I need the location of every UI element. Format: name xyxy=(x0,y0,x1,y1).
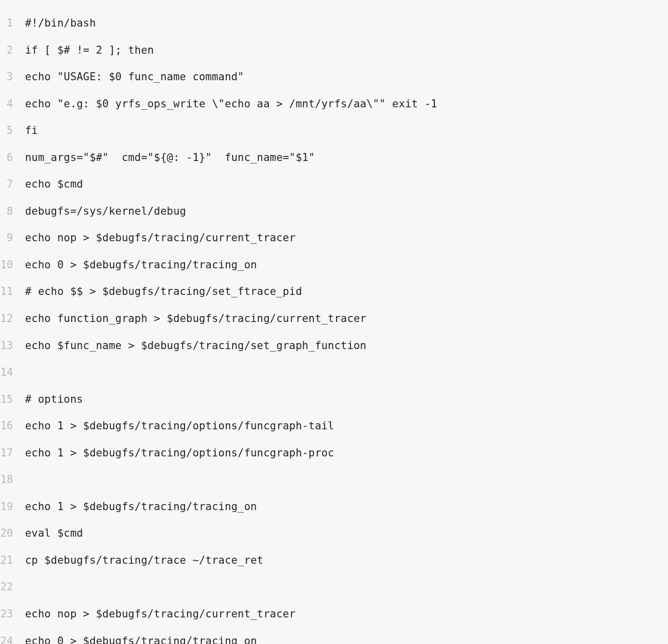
line-content: echo "e.g: $0 yrfs_ops_write \"echo aa >… xyxy=(25,91,668,118)
line-number: 16 xyxy=(0,413,25,440)
code-line: 24 echo 0 > $debugfs/tracing/tracing_on xyxy=(0,628,668,644)
line-content xyxy=(25,574,668,601)
line-content: fi xyxy=(25,117,668,144)
line-number: 23 xyxy=(0,601,25,628)
line-content: cp $debugfs/tracing/trace ~/trace_ret xyxy=(25,547,668,574)
line-number: 11 xyxy=(0,278,25,305)
line-number: 4 xyxy=(0,91,25,118)
line-number: 10 xyxy=(0,252,25,279)
line-content: echo nop > $debugfs/tracing/current_trac… xyxy=(25,225,668,252)
line-number: 15 xyxy=(0,386,25,413)
line-number: 14 xyxy=(0,359,25,386)
code-line: 7 echo $cmd xyxy=(0,171,668,198)
line-number: 12 xyxy=(0,305,25,333)
code-line: 6 num_args="$#" cmd="${@: -1}" func_name… xyxy=(0,144,668,172)
line-content: echo 0 > $debugfs/tracing/tracing_on xyxy=(25,252,668,279)
line-number: 22 xyxy=(0,574,25,601)
code-line: 15 # options xyxy=(0,386,668,413)
line-number: 13 xyxy=(0,333,25,360)
line-content: echo nop > $debugfs/tracing/current_trac… xyxy=(25,601,668,628)
code-line: 9 echo nop > $debugfs/tracing/current_tr… xyxy=(0,225,668,252)
line-content: echo function_graph > $debugfs/tracing/c… xyxy=(25,305,668,333)
code-line: 2 if [ $# != 2 ]; then xyxy=(0,37,668,64)
line-content: echo 1 > $debugfs/tracing/tracing_on xyxy=(25,494,668,521)
line-number: 7 xyxy=(0,171,25,198)
code-line: 16 echo 1 > $debugfs/tracing/options/fun… xyxy=(0,413,668,440)
code-line: 8 debugfs=/sys/kernel/debug xyxy=(0,198,668,225)
line-content: echo 1 > $debugfs/tracing/options/funcgr… xyxy=(25,413,668,440)
line-number: 21 xyxy=(0,547,25,574)
code-line: 18 xyxy=(0,466,668,494)
line-number: 2 xyxy=(0,37,25,64)
line-number: 20 xyxy=(0,520,25,547)
code-line: 12 echo function_graph > $debugfs/tracin… xyxy=(0,305,668,333)
line-number: 9 xyxy=(0,225,25,252)
line-content: echo $cmd xyxy=(25,171,668,198)
line-number: 19 xyxy=(0,494,25,521)
line-number: 24 xyxy=(0,628,25,644)
code-line: 20 eval $cmd xyxy=(0,520,668,547)
line-number: 5 xyxy=(0,117,25,144)
line-content: if [ $# != 2 ]; then xyxy=(25,37,668,64)
code-line: 10 echo 0 > $debugfs/tracing/tracing_on xyxy=(0,252,668,279)
code-line: 21 cp $debugfs/tracing/trace ~/trace_ret xyxy=(0,547,668,574)
code-line: 1 #!/bin/bash xyxy=(0,10,668,37)
line-content: num_args="$#" cmd="${@: -1}" func_name="… xyxy=(25,144,668,172)
line-content: # options xyxy=(25,386,668,413)
line-number: 8 xyxy=(0,198,25,225)
line-content: echo 0 > $debugfs/tracing/tracing_on xyxy=(25,628,668,644)
line-number: 1 xyxy=(0,10,25,37)
line-content: # echo $$ > $debugfs/tracing/set_ftrace_… xyxy=(25,278,668,305)
line-content xyxy=(25,359,668,386)
code-line: 11 # echo $$ > $debugfs/tracing/set_ftra… xyxy=(0,278,668,305)
code-line: 5 fi xyxy=(0,117,668,144)
line-content: debugfs=/sys/kernel/debug xyxy=(25,198,668,225)
line-content: echo $func_name > $debugfs/tracing/set_g… xyxy=(25,333,668,360)
line-number: 3 xyxy=(0,64,25,91)
line-number: 6 xyxy=(0,144,25,172)
line-content: #!/bin/bash xyxy=(25,10,668,37)
line-number: 17 xyxy=(0,440,25,467)
line-content: echo "USAGE: $0 func_name command" xyxy=(25,64,668,91)
code-line: 13 echo $func_name > $debugfs/tracing/se… xyxy=(0,333,668,360)
code-line: 4 echo "e.g: $0 yrfs_ops_write \"echo aa… xyxy=(0,91,668,118)
line-content: eval $cmd xyxy=(25,520,668,547)
code-line: 14 xyxy=(0,359,668,386)
code-line: 23 echo nop > $debugfs/tracing/current_t… xyxy=(0,601,668,628)
code-block: 1 #!/bin/bash 2 if [ $# != 2 ]; then 3 e… xyxy=(0,10,668,644)
line-content: echo 1 > $debugfs/tracing/options/funcgr… xyxy=(25,440,668,467)
line-number: 18 xyxy=(0,466,25,494)
code-line: 17 echo 1 > $debugfs/tracing/options/fun… xyxy=(0,440,668,467)
line-content xyxy=(25,466,668,494)
code-line: 3 echo "USAGE: $0 func_name command" xyxy=(0,64,668,91)
code-line: 19 echo 1 > $debugfs/tracing/tracing_on xyxy=(0,494,668,521)
code-line: 22 xyxy=(0,574,668,601)
